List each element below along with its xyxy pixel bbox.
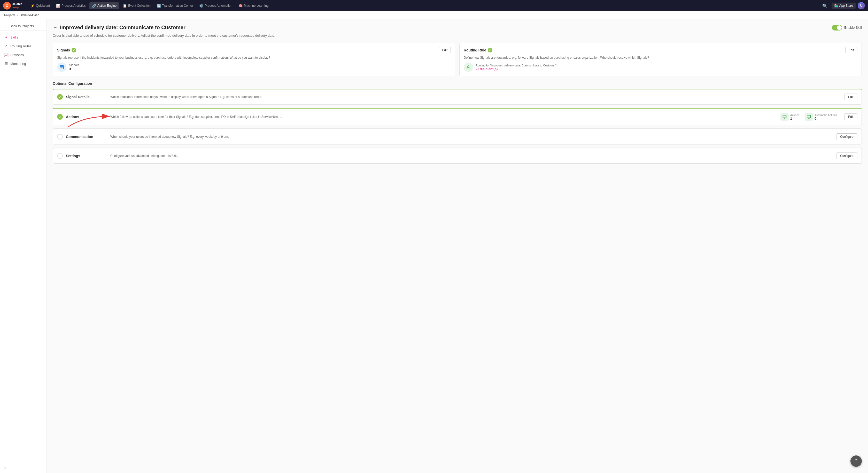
content-area: ← Improved delivery date: Communicate to… [46,20,868,473]
signals-card: Signals ✓ Edit Signals represent the inc… [53,43,455,76]
auto-actions-count-item: Automatic Actions 0 [805,113,837,121]
communication-title: Communication [66,135,107,139]
actions-count-icon [780,113,789,121]
communication-status-icon [57,134,63,140]
settings-config-card: Settings Configure various advanced sett… [53,148,862,164]
sidebar-item-skills[interactable]: ✦ Skills [0,33,46,41]
nav-more[interactable]: ... [272,2,280,9]
sidebar-item-routing-rules[interactable]: ↗ Routing Rules [0,41,46,51]
actions-description: Which follow-up actions can users take f… [110,115,777,119]
signals-edit-button[interactable]: Edit [439,47,451,53]
routing-info-icon [464,63,473,72]
sidebar: ← Back to Projects ✦ Skills ↗ Routing Ru… [0,20,46,473]
routing-rule-card: Routing Rule ✓ Edit Define how Signals a… [459,43,862,76]
routing-rule-card-title-row: Routing Rule ✓ [464,48,492,53]
nav-event-collection[interactable]: 📋 Event Collection [120,2,153,9]
signal-details-config-card: ✓ Signal Details Which additional inform… [53,89,862,105]
sidebar-item-monitoring[interactable]: ☰ Monitoring [0,59,46,68]
app-store-icon: 🏪 [834,4,838,7]
signals-card-description: Signals represent the incidents forwarde… [57,56,451,59]
quickstart-icon: ⚡ [30,4,35,8]
enable-skill-label: Enable Skill [844,26,862,29]
logo-icon: C [3,2,11,9]
signal-details-description: Which additional information do you want… [110,95,841,99]
skills-icon: ✦ [4,35,8,39]
actions-meta: Actions 1 Automatic Actions 0 [780,113,837,121]
page-header: ← Improved delivery date: Communicate to… [53,25,862,30]
actions-count-text: Actions 1 [790,114,800,120]
nav-machine-learning[interactable]: 🧠 Machine Learning [236,2,271,9]
statistics-icon: 📈 [4,53,8,57]
page-title: Improved delivery date: Communicate to C… [60,25,185,30]
page-title-row: ← Improved delivery date: Communicate to… [53,25,185,30]
signal-details-status-icon: ✓ [57,94,63,100]
main-layout: ← Back to Projects ✦ Skills ↗ Routing Ru… [0,20,868,473]
auto-actions-count-icon [805,113,813,121]
nav-transformation-center[interactable]: 🔄 Transformation Center [154,2,196,9]
user-avatar[interactable]: U [858,2,865,9]
process-automation-icon: ⚙️ [199,4,203,8]
routing-rule-info: Routing for "Improved delivery date: Com… [464,63,858,72]
routing-rule-status-icon: ✓ [488,48,492,53]
actions-count-item: Actions 1 [780,113,800,121]
communication-description: When should your users be informed about… [110,135,833,139]
action-engine-icon: 🔗 [92,4,96,8]
breadcrumb-current: Order-to-Cash [20,13,39,17]
actions-edit-button[interactable]: Edit [844,114,858,120]
app-store-button[interactable]: 🏪 App Store [832,3,856,9]
routing-info-text: Routing for "Improved delivery date: Com… [475,64,556,71]
routing-rule-card-title: Routing Rule [464,48,486,52]
event-collection-icon: 📋 [123,4,127,8]
svg-rect-8 [807,115,810,118]
communication-config-card: Communication When should your users be … [53,128,862,145]
back-to-projects-button[interactable]: ← Back to Projects [0,22,46,31]
settings-configure-button[interactable]: Configure [836,152,858,159]
breadcrumb: Projects › Order-to-Cash [0,11,868,20]
machine-learning-icon: 🧠 [239,4,243,8]
signal-details-edit-button[interactable]: Edit [844,94,858,100]
routing-rules-icon: ↗ [4,44,8,48]
nav-right-area: 🔍 🏪 App Store U [820,2,865,9]
breadcrumb-separator: › [17,13,18,17]
actions-status-icon: ✓ [57,114,63,120]
top-navigation: C celonissnap ⚡ Quickstart 📊 Process Ana… [0,0,868,11]
monitoring-icon: ☰ [4,61,8,66]
sidebar-item-statistics[interactable]: 📈 Statistics [0,51,46,59]
settings-status-icon [57,153,63,159]
process-analytics-icon: 📊 [56,4,60,8]
signals-info-icon [57,63,66,72]
optional-config-title: Optional Configuration [53,82,862,86]
nav-quickstart[interactable]: ⚡ Quickstart [28,2,53,9]
help-button[interactable]: ? [850,455,862,467]
transformation-center-icon: 🔄 [157,4,161,8]
actions-title: Actions [66,115,107,119]
communication-configure-button[interactable]: Configure [836,134,858,140]
svg-point-4 [468,66,469,67]
settings-description: Configure various advanced settings for … [110,154,833,158]
routing-rule-card-header: Routing Rule ✓ Edit [464,47,858,53]
search-button[interactable]: 🔍 [820,2,830,9]
signals-card-header: Signals ✓ Edit [57,47,451,53]
routing-rule-card-description: Define how Signals are forwarded, e.g. f… [464,56,858,59]
signals-card-info: Signals 3 [57,63,451,72]
signals-status-icon: ✓ [71,48,76,53]
actions-config-card: ✓ Actions Which follow-up actions can us… [53,108,862,125]
routing-rule-edit-button[interactable]: Edit [845,47,858,53]
page-description: Order is available ahead of schedule for… [53,34,862,37]
nav-action-engine[interactable]: 🔗 Action Engine [89,2,119,9]
svg-rect-5 [783,115,786,118]
enable-skill-toggle[interactable] [832,25,842,30]
page-back-button[interactable]: ← [53,25,57,30]
top-cards-row: Signals ✓ Edit Signals represent the inc… [53,43,862,76]
logo[interactable]: C celonissnap [3,2,24,9]
enable-skill-control: Enable Skill [832,25,862,30]
nav-process-automation[interactable]: ⚙️ Process Automation [196,2,235,9]
nav-process-analytics[interactable]: 📊 Process Analytics [54,2,88,9]
back-arrow-icon: ← [4,24,7,28]
auto-actions-count-text: Automatic Actions 0 [814,114,837,120]
signal-details-title: Signal Details [66,95,107,99]
logo-text: celonissnap [12,2,22,9]
sidebar-collapse-button[interactable]: « [0,463,46,473]
signals-card-title-row: Signals ✓ [57,48,76,53]
breadcrumb-projects[interactable]: Projects [4,13,15,17]
